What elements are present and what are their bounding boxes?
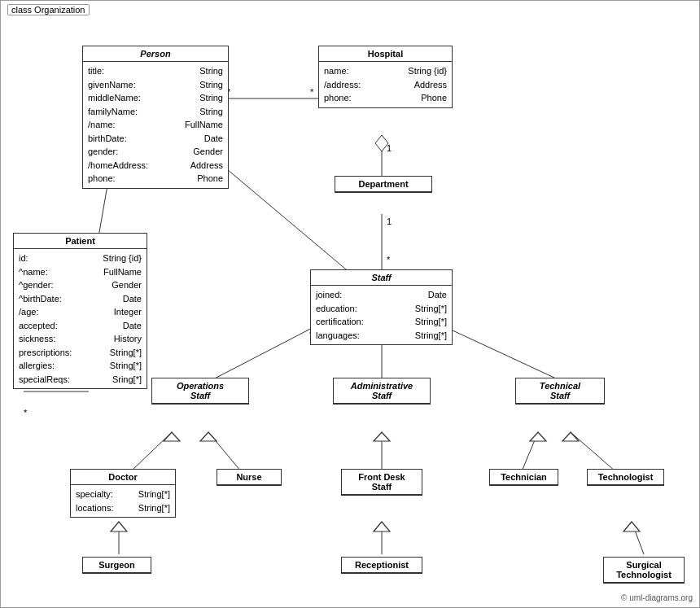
- svg-marker-30: [530, 432, 546, 441]
- svg-marker-26: [200, 432, 217, 441]
- administrative-staff-title: AdministrativeStaff: [334, 378, 430, 404]
- svg-line-21: [440, 325, 554, 378]
- nurse-title: Nurse: [217, 470, 281, 485]
- patient-title: Patient: [14, 234, 147, 249]
- svg-text:*: *: [24, 408, 28, 418]
- svg-marker-32: [562, 432, 579, 441]
- svg-line-37: [632, 522, 644, 554]
- technologist-class: Technologist: [587, 469, 664, 486]
- operations-staff-title: OperationsStaff: [152, 378, 248, 404]
- surgeon-title: Surgeon: [83, 558, 151, 573]
- diagram-container: class Organization * * 1 * 1 * * *: [0, 0, 700, 608]
- person-class: Person title:String givenName:String mid…: [82, 46, 229, 189]
- doctor-attrs: specialty:String[*] locations:String[*]: [71, 485, 175, 517]
- department-title: Department: [335, 177, 431, 192]
- staff-class: Staff joined:Date education:String[*] ce…: [310, 269, 453, 345]
- administrative-staff-class: AdministrativeStaff: [333, 378, 431, 405]
- copyright: © uml-diagrams.org: [621, 593, 693, 602]
- staff-attrs: joined:Date education:String[*] certific…: [311, 286, 452, 344]
- hospital-attrs: name:String {id} /address:Address phone:…: [319, 62, 452, 107]
- person-attrs: title:String givenName:String middleName…: [83, 62, 228, 188]
- technician-title: Technician: [490, 470, 558, 485]
- technical-staff-class: TechnicalStaff: [515, 378, 605, 405]
- svg-line-29: [522, 432, 538, 471]
- hospital-class: Hospital name:String {id} /address:Addre…: [318, 46, 453, 108]
- svg-text:*: *: [387, 255, 391, 265]
- svg-marker-4: [375, 135, 388, 151]
- patient-attrs: id:String {id} ^name:FullName ^gender:Ge…: [14, 249, 147, 388]
- svg-line-25: [208, 432, 241, 471]
- surgical-technologist-class: SurgicalTechnologist: [603, 557, 685, 584]
- patient-class: Patient id:String {id} ^name:FullName ^g…: [13, 233, 147, 389]
- nurse-class: Nurse: [217, 469, 282, 486]
- svg-marker-36: [374, 522, 390, 531]
- person-title: Person: [83, 46, 228, 62]
- technician-class: Technician: [489, 469, 558, 486]
- receptionist-title: Receptionist: [342, 558, 422, 573]
- diagram-title: class Organization: [7, 4, 90, 15]
- doctor-title: Doctor: [71, 470, 175, 485]
- doctor-class: Doctor specialty:String[*] locations:Str…: [70, 469, 176, 518]
- staff-title: Staff: [311, 270, 452, 286]
- svg-line-31: [571, 432, 615, 471]
- svg-marker-34: [111, 522, 127, 531]
- svg-text:1: 1: [387, 217, 392, 226]
- technologist-title: Technologist: [588, 470, 663, 485]
- svg-text:*: *: [310, 87, 314, 97]
- surgical-technologist-title: SurgicalTechnologist: [604, 558, 684, 583]
- technical-staff-title: TechnicalStaff: [516, 378, 604, 404]
- surgeon-class: Surgeon: [82, 557, 151, 574]
- front-desk-staff-title: Front DeskStaff: [342, 470, 422, 495]
- receptionist-class: Receptionist: [341, 557, 422, 574]
- operations-staff-class: OperationsStaff: [151, 378, 249, 405]
- front-desk-staff-class: Front DeskStaff: [341, 469, 422, 496]
- svg-marker-38: [623, 522, 640, 531]
- svg-marker-28: [374, 432, 390, 441]
- hospital-title: Hospital: [319, 46, 452, 62]
- svg-line-17: [208, 325, 318, 382]
- svg-line-23: [131, 432, 172, 471]
- svg-marker-24: [164, 432, 180, 441]
- svg-text:1: 1: [387, 143, 392, 153]
- department-class: Department: [335, 176, 432, 193]
